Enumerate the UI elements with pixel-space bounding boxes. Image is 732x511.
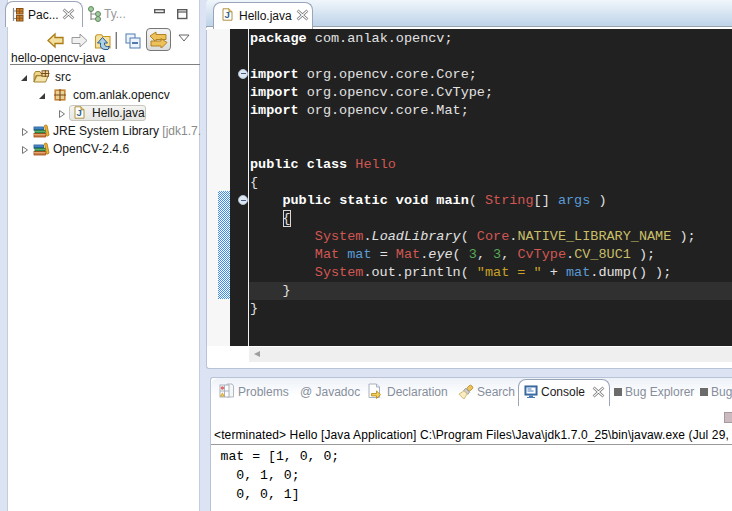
svg-text:J: J [76, 107, 81, 118]
svg-text:J: J [224, 9, 229, 20]
